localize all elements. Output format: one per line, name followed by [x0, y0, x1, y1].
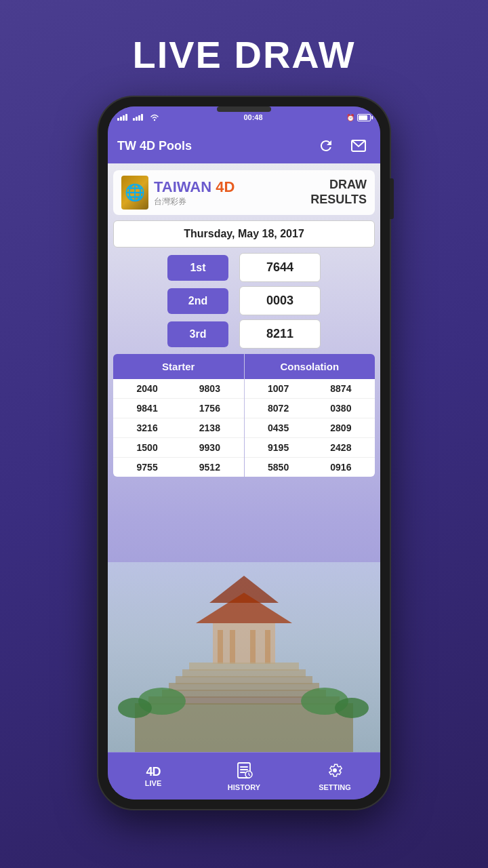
consolation-num: 2428 — [310, 442, 372, 453]
status-time: 00:48 — [243, 113, 262, 121]
app-content: 🌐 TAIWAN 4D 台灣彩券 DRAWRESULTS Thursday, M… — [108, 163, 380, 752]
consolation-num: 8874 — [310, 383, 372, 394]
signal-bars — [117, 114, 127, 121]
signal-area — [117, 113, 160, 121]
alarm-icon: ⏰ — [346, 114, 354, 121]
prize-label-3rd: 3rd — [167, 321, 228, 347]
nav-item-setting[interactable]: SETTING — [289, 762, 380, 791]
consolation-num: 8072 — [247, 403, 310, 414]
consolation-num: 2809 — [310, 422, 372, 433]
consolation-header: Consolation — [245, 354, 375, 379]
nav-label-setting: SETTING — [319, 783, 351, 791]
prize-value-1st: 7644 — [239, 253, 321, 282]
consolation-num: 0916 — [310, 462, 372, 473]
history-icon — [235, 762, 253, 782]
consolation-num: 1007 — [247, 383, 310, 394]
starter-num: 9930 — [178, 442, 241, 453]
starter-header: Starter — [113, 354, 244, 379]
background-image — [108, 562, 380, 752]
starter-row-1: 2040 9803 — [113, 379, 244, 399]
starter-num: 9841 — [116, 403, 178, 414]
bottom-nav: 4D LIVE HISTORY — [108, 752, 380, 800]
sc-section: Starter Consolation 2040 9803 9841 — [113, 354, 375, 477]
nav-label-history: HISTORY — [228, 783, 260, 791]
logo-4d: 4D — [211, 178, 235, 195]
consolation-row-4: 9195 2428 — [245, 438, 375, 458]
signal-bars-2 — [133, 114, 143, 121]
starter-row-5: 9755 9512 — [113, 458, 244, 477]
logo-name: TAIWAN 4D — [154, 178, 235, 196]
svg-rect-7 — [230, 630, 235, 664]
starter-row-4: 1500 9930 — [113, 438, 244, 458]
starter-row-2: 9841 1756 — [113, 399, 244, 418]
starter-num: 3216 — [116, 422, 178, 433]
consolation-num: 5850 — [247, 462, 310, 473]
prize-row-3rd: 3rd 8211 — [113, 319, 375, 349]
content-scroll: 🌐 TAIWAN 4D 台灣彩券 DRAWRESULTS Thursday, M… — [108, 163, 380, 484]
svg-rect-22 — [240, 766, 248, 768]
mail-button[interactable] — [346, 134, 371, 158]
starter-num: 9803 — [178, 383, 241, 394]
consolation-col: 1007 8874 8072 0380 0435 2809 — [245, 379, 375, 477]
prize-value-3rd: 8211 — [239, 319, 321, 349]
prize-section: 1st 7644 2nd 0003 3rd 8211 — [113, 253, 375, 349]
refresh-icon — [318, 138, 334, 154]
logo-taiwan: TAIWAN — [154, 178, 211, 195]
nav-item-live[interactable]: 4D LIVE — [108, 766, 199, 787]
nav-label-live: LIVE — [145, 779, 161, 787]
svg-rect-24 — [240, 772, 245, 773]
refresh-button[interactable] — [314, 134, 338, 158]
svg-point-19 — [118, 698, 152, 718]
draw-results-text: DRAWRESULTS — [310, 178, 367, 207]
page-title: LIVE DRAW — [132, 33, 355, 77]
starter-num: 1756 — [178, 403, 241, 414]
consolation-row-1: 1007 8874 — [245, 379, 375, 399]
starter-num: 2040 — [116, 383, 178, 394]
consolation-num: 0435 — [247, 422, 310, 433]
prize-row-2nd: 2nd 0003 — [113, 286, 375, 315]
svg-rect-23 — [240, 769, 248, 770]
logo-area: 🌐 TAIWAN 4D 台灣彩券 DRAWRESULTS — [113, 170, 375, 215]
nav-item-history[interactable]: HISTORY — [199, 762, 289, 791]
sc-headers: Starter Consolation — [113, 354, 375, 379]
svg-point-20 — [335, 698, 369, 718]
sc-body: 2040 9803 9841 1756 3216 2138 — [113, 379, 375, 477]
wifi-icon — [149, 113, 160, 121]
app-bar: TW 4D Pools — [108, 128, 380, 163]
starter-num: 9755 — [116, 462, 178, 473]
consolation-num: 9195 — [247, 442, 310, 453]
svg-rect-9 — [265, 630, 270, 664]
logo-left: 🌐 TAIWAN 4D 台灣彩券 — [121, 176, 235, 210]
starter-num: 1500 — [116, 442, 178, 453]
starter-row-3: 3216 2138 — [113, 418, 244, 438]
status-bar: 00:48 ⏰ — [108, 106, 380, 128]
consolation-row-2: 8072 0380 — [245, 399, 375, 418]
prize-row-1st: 1st 7644 — [113, 253, 375, 282]
consolation-row-5: 5850 0916 — [245, 458, 375, 477]
prize-value-2nd: 0003 — [239, 286, 321, 315]
phone-inner: 00:48 ⏰ TW 4D Pools — [108, 106, 380, 800]
logo-text: TAIWAN 4D 台灣彩券 — [154, 178, 235, 208]
starter-num: 2138 — [178, 422, 241, 433]
app-bar-title: TW 4D Pools — [117, 139, 314, 153]
logo-globe: 🌐 — [121, 176, 148, 210]
prize-label-2nd: 2nd — [167, 288, 228, 314]
starter-col: 2040 9803 9841 1756 3216 2138 — [113, 379, 244, 477]
live-icon: 4D — [146, 766, 160, 778]
date-bar: Thursday, May 18, 2017 — [113, 220, 375, 248]
temple-bg-svg — [108, 562, 380, 752]
svg-rect-8 — [250, 630, 256, 664]
mail-icon — [350, 138, 367, 154]
svg-rect-6 — [218, 630, 223, 664]
setting-icon — [326, 762, 344, 782]
logo-chinese: 台灣彩券 — [154, 196, 235, 208]
consolation-row-3: 0435 2809 — [245, 418, 375, 438]
battery-icon — [357, 114, 371, 121]
status-icons: ⏰ — [346, 114, 371, 121]
prize-label-1st: 1st — [167, 255, 228, 281]
consolation-num: 0380 — [310, 403, 372, 414]
phone-shell: 00:48 ⏰ TW 4D Pools — [98, 97, 390, 809]
starter-num: 9512 — [178, 462, 241, 473]
svg-point-0 — [154, 119, 155, 121]
app-bar-actions — [314, 134, 371, 158]
